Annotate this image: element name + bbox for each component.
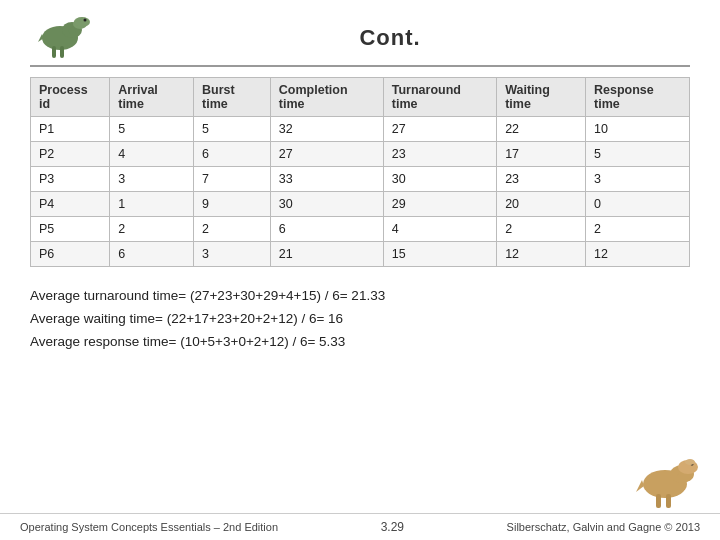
table-cell: P4 — [31, 192, 110, 217]
svg-rect-15 — [666, 494, 671, 508]
footer-right-text: Silberschatz, Galvin and Gagne © 2013 — [507, 521, 700, 533]
table-cell: 23 — [497, 167, 586, 192]
table-header-cell: Process id — [31, 78, 110, 117]
table-cell: 29 — [383, 192, 496, 217]
header: Cont. — [0, 0, 720, 65]
table-cell: 5 — [194, 117, 271, 142]
table-cell: 17 — [497, 142, 586, 167]
table-cell: P5 — [31, 217, 110, 242]
table-cell: 5 — [110, 117, 194, 142]
table-cell: 21 — [270, 242, 383, 267]
table-cell: 2 — [110, 217, 194, 242]
table-header-row: Process idArrival timeBurst timeCompleti… — [31, 78, 690, 117]
svg-marker-16 — [636, 480, 644, 492]
table-cell: 30 — [383, 167, 496, 192]
table-cell: 3 — [586, 167, 690, 192]
table-header-cell: Arrival time — [110, 78, 194, 117]
table-cell: 2 — [194, 217, 271, 242]
table-row: P4193029200 — [31, 192, 690, 217]
table-row: P2462723175 — [31, 142, 690, 167]
table-header-cell: Response time — [586, 78, 690, 117]
table-cell: 27 — [383, 117, 496, 142]
table-cell: 20 — [497, 192, 586, 217]
table-row: P5226422 — [31, 217, 690, 242]
table-cell: P2 — [31, 142, 110, 167]
table-row: P3373330233 — [31, 167, 690, 192]
table-header-cell: Waiting time — [497, 78, 586, 117]
svg-rect-6 — [52, 46, 56, 58]
table-cell: 32 — [270, 117, 383, 142]
table-cell: 27 — [270, 142, 383, 167]
table-cell: 5 — [586, 142, 690, 167]
table-cell: 22 — [497, 117, 586, 142]
table-cell: 3 — [110, 167, 194, 192]
page-title: Cont. — [359, 25, 420, 50]
table-cell: 1 — [110, 192, 194, 217]
table-header-cell: Completion time — [270, 78, 383, 117]
table-cell: 9 — [194, 192, 271, 217]
table-cell: P1 — [31, 117, 110, 142]
table-cell: 33 — [270, 167, 383, 192]
table-cell: 6 — [194, 142, 271, 167]
summary-section: Average turnaround time= (27+23+30+29+4+… — [30, 285, 690, 354]
summary-line1: Average turnaround time= (27+23+30+29+4+… — [30, 285, 690, 308]
table-cell: 2 — [497, 217, 586, 242]
table-cell: 2 — [586, 217, 690, 242]
title-container: Cont. — [90, 25, 690, 51]
table-cell: 12 — [586, 242, 690, 267]
svg-rect-7 — [60, 46, 64, 58]
table-cell: 6 — [110, 242, 194, 267]
table-cell: 10 — [586, 117, 690, 142]
footer: Operating System Concepts Essentials – 2… — [0, 513, 720, 540]
table-cell: 3 — [194, 242, 271, 267]
table-header-cell: Burst time — [194, 78, 271, 117]
footer-page-number: 3.29 — [381, 520, 404, 534]
process-table: Process idArrival timeBurst timeCompleti… — [30, 77, 690, 267]
table-cell: 30 — [270, 192, 383, 217]
table-row: P15532272210 — [31, 117, 690, 142]
svg-point-4 — [74, 17, 90, 27]
svg-point-5 — [84, 19, 87, 22]
table-cell: P6 — [31, 242, 110, 267]
dino-right-icon — [630, 452, 700, 512]
svg-rect-14 — [656, 494, 661, 508]
table-cell: 7 — [194, 167, 271, 192]
table-cell: 12 — [497, 242, 586, 267]
dino-left-icon — [30, 10, 90, 65]
table-cell: 15 — [383, 242, 496, 267]
table-row: P66321151212 — [31, 242, 690, 267]
footer-left-text: Operating System Concepts Essentials – 2… — [20, 521, 278, 533]
table-cell: 4 — [110, 142, 194, 167]
summary-line2: Average waiting time= (22+17+23+20+2+12)… — [30, 308, 690, 331]
table-cell: 6 — [270, 217, 383, 242]
table-cell: 23 — [383, 142, 496, 167]
table-cell: P3 — [31, 167, 110, 192]
table-header-cell: Turnaround time — [383, 78, 496, 117]
main-content: Process idArrival timeBurst timeCompleti… — [0, 67, 720, 374]
table-cell: 4 — [383, 217, 496, 242]
summary-line3: Average response time= (10+5+3+0+2+12) /… — [30, 331, 690, 354]
svg-point-17 — [685, 459, 695, 465]
table-cell: 0 — [586, 192, 690, 217]
